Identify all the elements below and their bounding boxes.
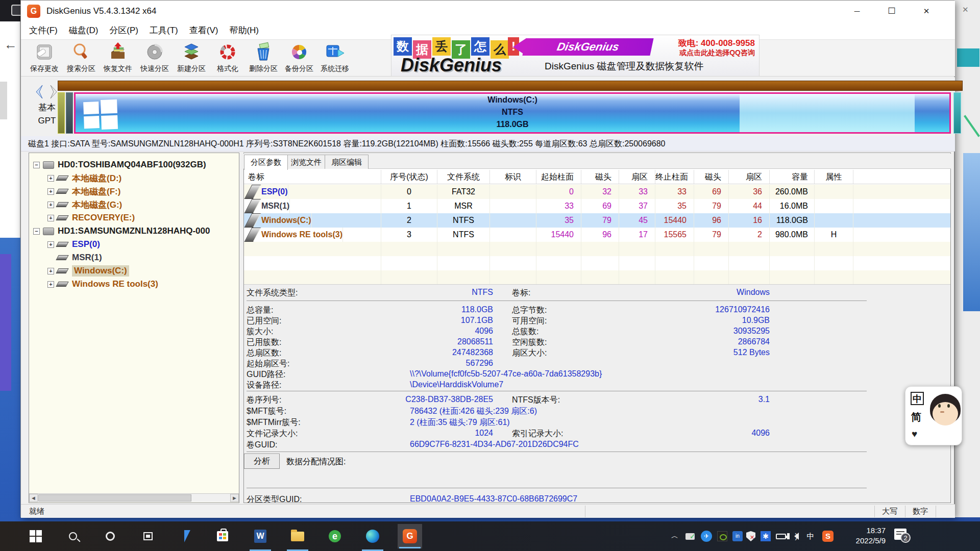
system-migrate-icon [325,42,345,62]
table-row-msr[interactable]: MSR(1)1MSR33693735794416.0MB [244,199,950,213]
heart-icon[interactable]: ♥ [912,429,917,440]
tab-browse-files[interactable]: 浏览文件 [284,155,328,169]
tree-item-local-g[interactable]: +本地磁盘(G:) [29,198,239,211]
prev-disk-arrow-icon[interactable] [34,84,45,99]
tray-messenger[interactable] [700,530,713,543]
menu-view[interactable]: 查看(V) [184,22,224,39]
tree-item-esp[interactable]: +ESP(0) [29,238,239,251]
ime-chinese-mode[interactable]: 中 [911,392,924,405]
tab-partition-params[interactable]: 分区参数 [244,155,288,170]
tray-volume[interactable] [790,530,803,543]
tree-item-msr[interactable]: MSR(1) [29,251,239,264]
background-window-left: ← [0,21,20,238]
maximize-button[interactable] [876,1,907,22]
tray-nvidia[interactable] [716,530,729,543]
partition-block-recovery[interactable] [953,92,961,134]
format-button[interactable]: 格式化 [210,41,245,76]
tray-sogou[interactable] [821,530,835,543]
menu-help[interactable]: 帮助(H) [224,22,264,39]
table-row-windows-re[interactable]: Windows RE tools(3)3NTFS1544096171556579… [244,228,950,242]
divider [247,488,867,488]
ad-ribbon: DiskGenius [522,38,653,56]
windows-start-icon [30,530,42,542]
close-button[interactable] [911,1,942,22]
tree-item-hd0[interactable]: −HD0:TOSHIBAMQ04ABF100(932GB) [29,158,239,171]
battery-icon [776,534,786,539]
sogou-icon [822,531,834,542]
save-changes-button[interactable]: 保存更改 [27,41,62,76]
diskgenius-taskbar-button[interactable] [398,524,422,548]
expand-icon[interactable]: + [47,215,54,221]
notification-badge: 2 [900,533,911,543]
menu-file[interactable]: 文件(F) [23,22,63,39]
collapse-icon[interactable]: − [33,228,40,235]
nvidia-icon [717,531,727,541]
tray-intel-graphics[interactable] [731,530,744,543]
tree-item-local-f[interactable]: +本地磁盘(F:) [29,185,239,198]
tray-security[interactable] [744,530,757,543]
cortana-button[interactable] [98,524,122,548]
menu-tools[interactable]: 工具(T) [144,22,184,39]
expand-icon[interactable]: + [47,202,54,208]
start-button[interactable] [23,524,48,548]
ad-phone: 致电: 400-008-9958 [678,37,755,49]
tray-freeze-tool[interactable] [759,530,772,543]
action-center-button[interactable]: 2 [894,529,910,542]
ad-banner[interactable]: 数 据 丢 了 怎 么 ! DiskGenius 致电: 400-008-995… [391,35,760,77]
tree-item-recovery-e[interactable]: +RECOVERY(E:) [29,211,239,224]
tray-ime-indicator[interactable]: 中 [804,530,817,543]
search-partition-button[interactable]: 搜索分区 [64,41,99,76]
file-explorer-button[interactable] [285,524,310,548]
taskbar-clock[interactable]: 18:37 2022/5/9 [840,525,886,546]
partition-block-msr[interactable] [66,92,73,134]
word-icon [254,530,266,543]
tab-sector-edit[interactable]: 扇区编辑 [325,155,369,169]
tray-power[interactable] [774,530,788,543]
delete-partition-button[interactable]: 删除分区 [246,41,281,76]
minimize-button[interactable] [842,1,872,22]
collapse-icon[interactable]: − [33,162,40,168]
partition-block-esp[interactable] [58,92,65,134]
disk-capacity-bar [58,81,963,91]
divider [247,391,867,391]
quick-partition-button[interactable]: 快速分区 [137,41,172,76]
expand-icon[interactable]: + [47,188,54,195]
pinned-app-flash[interactable] [173,524,198,548]
wallpaper-strip [0,254,11,391]
tree-item-hd1[interactable]: −HD1:SAMSUNGMZNLN128HAHQ-000 [29,224,239,238]
scroll-left-icon[interactable]: ◄ [29,494,38,502]
tray-overflow-chevron[interactable] [668,530,681,543]
browser-360-button[interactable] [323,524,347,548]
edge-button[interactable] [360,524,385,548]
analyze-button[interactable]: 分析 [244,454,280,469]
next-disk-arrow-icon[interactable] [47,84,59,99]
ad-qq-link[interactable]: 或点击此处选择QQ咨询 [679,48,755,58]
detail-row: 文件系统类型:NTFS卷标:Windows [21,288,955,298]
expand-icon[interactable]: + [47,281,54,288]
task-view-button[interactable] [136,524,160,548]
menu-partition[interactable]: 分区(P) [104,22,144,39]
recover-files-button[interactable]: 恢复文件 [101,41,135,76]
table-row-windows-c-selected[interactable]: Windows(C:)2NTFS357945154409616118.0GB [244,213,950,228]
table-row-esp[interactable]: ESP(0)0FAT3203233336936260.0MB [244,185,950,199]
partition-block-windows-c[interactable]: Windows(C:) NTFS 118.0GB [74,92,951,134]
taskbar-search-button[interactable] [61,524,85,548]
word-button[interactable] [248,524,273,548]
scroll-right-icon[interactable]: ► [230,494,239,502]
tree-horizontal-scrollbar[interactable]: ◄ ► [29,493,239,502]
menu-disk[interactable]: 磁盘(D) [63,22,104,39]
scrollbar-thumb[interactable] [38,494,191,502]
backup-partition-button[interactable]: 备份分区 [282,41,316,76]
new-partition-button[interactable]: 新建分区 [174,41,209,76]
ime-status-widget[interactable]: 中 简 ♥ [905,386,962,445]
expand-icon[interactable]: + [47,241,54,248]
tree-item-windows-c[interactable]: +Windows(C:) [29,264,239,278]
expand-icon[interactable]: + [47,175,54,182]
system-migrate-button[interactable]: 系统迁移 [317,41,352,76]
expand-icon[interactable]: + [47,268,54,274]
microsoft-store-button[interactable] [210,524,235,548]
ime-simplified-mode[interactable]: 简 [911,410,921,424]
detail-row: 已用空间:107.1GB可用空间:10.9GB [21,316,955,327]
tray-printer[interactable] [683,530,697,543]
tree-item-local-d[interactable]: +本地磁盘(D:) [29,171,239,185]
